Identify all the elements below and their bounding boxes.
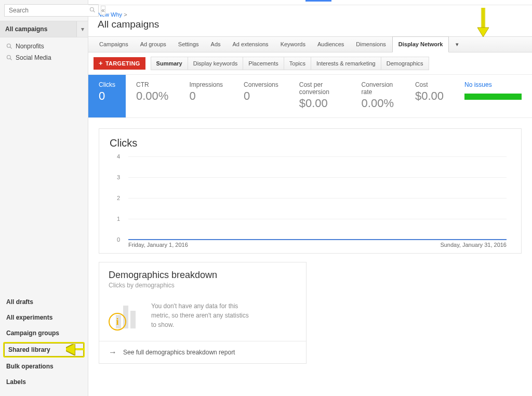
breadcrumb-separator: > xyxy=(124,11,127,18)
metric-label: CTR xyxy=(136,81,168,88)
sidebar-item-label: Nonprofits xyxy=(16,43,44,50)
subtab-interests-remarketing[interactable]: Interests & remarketing xyxy=(311,57,381,70)
svg-line-3 xyxy=(10,47,12,49)
svg-point-2 xyxy=(7,44,11,48)
sidebar-link-all-drafts[interactable]: All drafts xyxy=(0,294,88,310)
metric-value: 0.00% xyxy=(136,89,168,103)
chart-card: Clicks 4 3 2 1 0 Friday, January 1, 2016… xyxy=(99,128,522,254)
campaign-list: Nonprofits Social Media xyxy=(0,37,88,67)
arrow-right-icon: → xyxy=(109,348,117,357)
metric-label: Conversion rate xyxy=(362,81,394,96)
metric-value: 0 xyxy=(244,89,278,103)
subtab-demographics[interactable]: Demographics xyxy=(381,57,429,70)
annotation-arrow-icon xyxy=(66,344,85,355)
metric-value: 0.00% xyxy=(362,97,394,110)
chart-ytick: 2 xyxy=(117,195,120,201)
metric-impressions[interactable]: Impressions 0 xyxy=(179,75,233,117)
demographics-card: Demographics breakdown Clicks by demogra… xyxy=(99,262,307,364)
metric-clicks[interactable]: Clicks 0 xyxy=(88,75,126,117)
main-tabs: Campaigns Ad groups Settings Ads Ad exte… xyxy=(88,36,532,52)
subtab-topics[interactable]: Topics xyxy=(284,57,311,70)
demographics-report-link[interactable]: → See full demographics breakdown report xyxy=(99,341,306,363)
tab-campaigns[interactable]: Campaigns xyxy=(94,37,135,52)
svg-point-0 xyxy=(90,8,94,11)
tab-more-dropdown[interactable]: ▾ xyxy=(449,37,466,52)
metric-value: 0 xyxy=(189,89,223,103)
tab-settings[interactable]: Settings xyxy=(172,37,205,52)
all-campaigns-button[interactable]: All campaigns xyxy=(0,21,76,37)
plus-icon: + xyxy=(99,61,103,66)
chart-xlabel-end: Sunday, January 31, 2016 xyxy=(440,242,507,248)
metric-label: Impressions xyxy=(189,81,223,88)
sidebar-link-all-experiments[interactable]: All experiments xyxy=(0,310,88,325)
demographics-empty-text: You don't have any data for this metric,… xyxy=(151,301,255,329)
sidebar-item-label: Social Media xyxy=(16,54,51,61)
collapse-sidebar-button[interactable]: « xyxy=(101,6,105,15)
metric-conversions[interactable]: Conversions 0 xyxy=(233,75,289,117)
metric-label: Cost per conversion xyxy=(299,81,341,96)
main-content: New Why > All campaigns Campaigns Ad gro… xyxy=(88,0,532,396)
sidebar-link-shared-library[interactable]: Shared library xyxy=(3,342,85,358)
demographics-footer-label: See full demographics breakdown report xyxy=(123,349,235,356)
sidebar-item-social-media[interactable]: Social Media xyxy=(0,52,88,63)
metric-value: $0.00 xyxy=(299,97,341,110)
metric-label: Conversions xyxy=(244,81,278,88)
svg-line-1 xyxy=(94,11,95,12)
metric-ctr[interactable]: CTR 0.00% xyxy=(126,75,179,117)
chart-ytick: 1 xyxy=(117,216,120,222)
tab-ad-groups[interactable]: Ad groups xyxy=(135,37,172,52)
metric-conversion-rate[interactable]: Conversion rate 0.00% xyxy=(351,75,405,117)
metric-cost[interactable]: Cost $0.00 xyxy=(405,75,454,117)
search-icon xyxy=(89,7,96,13)
metric-label: Clicks xyxy=(99,81,115,88)
tab-dimensions[interactable]: Dimensions xyxy=(350,37,392,52)
svg-line-5 xyxy=(10,59,12,60)
sub-tabs: Summary Display keywords Placements Topi… xyxy=(151,57,429,70)
info-icon: i xyxy=(109,313,126,331)
sidebar-item-nonprofits[interactable]: Nonprofits xyxy=(0,41,88,52)
sidebar-lower-nav: All drafts All experiments Campaign grou… xyxy=(0,291,88,396)
demographics-title: Demographics breakdown xyxy=(109,270,297,281)
targeting-button[interactable]: + TARGETING xyxy=(94,57,145,70)
top-tab-indicator xyxy=(305,0,331,2)
metric-cost-per-conversion[interactable]: Cost per conversion $0.00 xyxy=(289,75,351,117)
metric-value: 0 xyxy=(99,89,115,103)
sidebar-link-campaign-groups[interactable]: Campaign groups xyxy=(0,325,88,341)
metric-value: $0.00 xyxy=(415,89,444,103)
tab-display-network[interactable]: Display Network xyxy=(392,36,449,52)
sidebar: « All campaigns ▾ Nonprofits Social Medi… xyxy=(0,0,88,396)
page-title: All campaigns xyxy=(88,19,532,36)
tab-audiences[interactable]: Audiences xyxy=(312,37,350,52)
tab-ads[interactable]: Ads xyxy=(205,37,227,52)
no-issues-link[interactable]: No issues xyxy=(464,81,522,88)
sidebar-item-label: Shared library xyxy=(8,346,50,353)
annotation-arrow-icon xyxy=(475,7,491,39)
campaign-icon xyxy=(6,43,12,49)
chart-ytick: 3 xyxy=(117,174,120,180)
tab-ad-extensions[interactable]: Ad extensions xyxy=(227,37,275,52)
status-cell: No issues xyxy=(454,75,532,117)
chart-plot-area: 4 3 2 1 0 xyxy=(128,156,507,240)
demographics-subtitle: Clicks by demographics xyxy=(109,282,297,289)
subtab-summary[interactable]: Summary xyxy=(151,57,188,70)
all-campaigns-dropdown[interactable]: ▾ xyxy=(76,21,88,37)
subtab-display-keywords[interactable]: Display keywords xyxy=(188,57,243,70)
chart-ytick: 4 xyxy=(117,153,120,160)
targeting-button-label: TARGETING xyxy=(105,60,140,67)
tab-keywords[interactable]: Keywords xyxy=(275,37,312,52)
sidebar-link-bulk-operations[interactable]: Bulk operations xyxy=(0,359,88,374)
svg-point-4 xyxy=(7,56,11,59)
campaign-icon xyxy=(6,55,12,61)
breadcrumb: New Why > xyxy=(88,5,532,19)
sidebar-link-labels[interactable]: Labels xyxy=(0,374,88,390)
chart-title: Clicks xyxy=(110,137,511,149)
subtab-placements[interactable]: Placements xyxy=(243,57,283,70)
chart-data-line xyxy=(128,239,507,240)
status-bar xyxy=(464,94,522,100)
chart-ytick: 0 xyxy=(117,236,120,243)
search-input[interactable] xyxy=(4,4,99,17)
chart-xlabel-start: Friday, January 1, 2016 xyxy=(128,242,188,248)
metric-label: Cost xyxy=(415,81,444,88)
metrics-row: Clicks 0 CTR 0.00% Impressions 0 Convers… xyxy=(88,75,532,118)
